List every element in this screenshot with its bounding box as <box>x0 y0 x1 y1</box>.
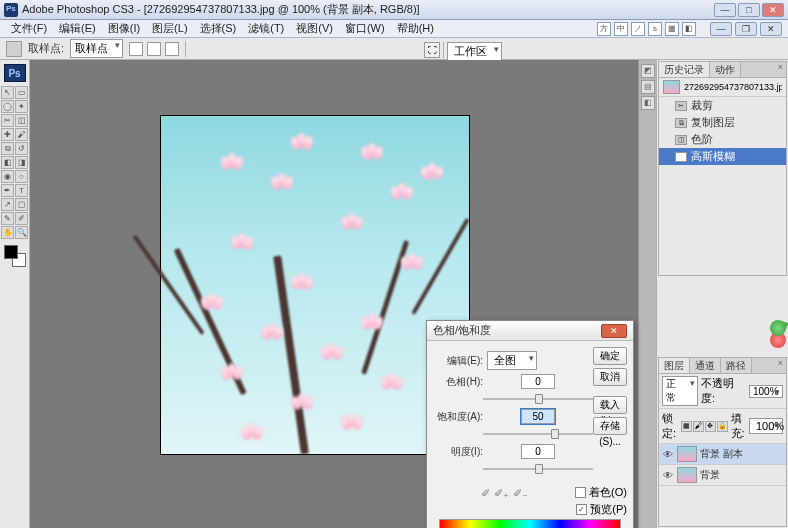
dialog-titlebar[interactable]: 色相/饱和度 ✕ <box>427 321 633 341</box>
panel-icon[interactable]: ◧ <box>641 96 655 110</box>
slice-tool[interactable]: ◫ <box>15 114 28 127</box>
ime-icon[interactable]: ノ <box>631 22 645 36</box>
eyedropper-sub-icon[interactable]: ✐₋ <box>513 487 528 513</box>
load-button[interactable]: 载入(L)... <box>593 396 627 414</box>
edit-select[interactable]: 全图 <box>487 351 537 370</box>
cancel-button[interactable]: 取消 <box>593 368 627 386</box>
hand-tool[interactable]: ✋ <box>1 226 14 239</box>
doc-close-button[interactable]: ✕ <box>760 22 782 36</box>
visibility-icon[interactable]: 👁 <box>662 449 674 459</box>
preview-checkbox[interactable]: ✓预览(P) <box>576 502 627 517</box>
panel-icon[interactable]: ◩ <box>641 64 655 78</box>
blend-mode-select[interactable]: 正常 <box>662 376 698 406</box>
sample-select[interactable]: 取样点 <box>70 39 123 58</box>
move-tool[interactable]: ↖ <box>1 86 14 99</box>
history-item[interactable]: ◫色阶 <box>659 131 786 148</box>
colorize-checkbox[interactable]: 着色(O) <box>575 485 627 500</box>
menu-edit[interactable]: 编辑(E) <box>54 20 101 37</box>
layer-row[interactable]: 👁 背景 副本 <box>659 444 786 465</box>
path-tool[interactable]: ↗ <box>1 198 14 211</box>
lock-transparency-icon[interactable]: ▦ <box>681 421 692 432</box>
lightness-input[interactable]: 0 <box>521 444 555 459</box>
panel-menu-icon[interactable]: × <box>775 358 786 373</box>
stamp-tool[interactable]: ⧉ <box>1 142 14 155</box>
dialog-close-button[interactable]: ✕ <box>601 324 627 338</box>
workspace-dropdown[interactable]: 工作区 <box>447 42 502 61</box>
dodge-tool[interactable]: ○ <box>15 170 28 183</box>
ime-icon[interactable]: ｓ <box>648 22 662 36</box>
history-item[interactable]: ⧉复制图层 <box>659 114 786 131</box>
gradient-tool[interactable]: ◨ <box>15 156 28 169</box>
tab-paths[interactable]: 路径 <box>721 358 752 373</box>
lasso-tool[interactable]: ◯ <box>1 100 14 113</box>
lock-position-icon[interactable]: ✥ <box>705 421 716 432</box>
bridge-icon[interactable]: ⛶ <box>424 42 440 58</box>
hue-input[interactable]: 0 <box>521 374 555 389</box>
wand-tool[interactable]: ✦ <box>15 100 28 113</box>
crop-icon: ✂ <box>675 101 687 111</box>
doc-minimize-button[interactable]: — <box>710 22 732 36</box>
maximize-button[interactable]: □ <box>738 3 760 17</box>
saturation-slider[interactable] <box>483 428 593 440</box>
zoom-tool[interactable]: 🔍 <box>15 226 28 239</box>
menu-window[interactable]: 窗口(W) <box>340 20 390 37</box>
lightness-slider[interactable] <box>483 463 593 475</box>
menu-image[interactable]: 图像(I) <box>103 20 145 37</box>
panel-menu-icon[interactable]: × <box>775 62 786 77</box>
menu-view[interactable]: 视图(V) <box>291 20 338 37</box>
option-check[interactable] <box>147 42 161 56</box>
save-button[interactable]: 存储(S)... <box>593 417 627 435</box>
menu-file[interactable]: 文件(F) <box>6 20 52 37</box>
hue-saturation-dialog[interactable]: 色相/饱和度 ✕ 编辑(E): 全图 色相(H): 0 饱和度(A): 50 明… <box>426 320 634 528</box>
visibility-icon[interactable]: 👁 <box>662 470 674 480</box>
marquee-tool[interactable]: ▭ <box>15 86 28 99</box>
pen-tool[interactable]: ✒ <box>1 184 14 197</box>
ime-icon[interactable]: ▦ <box>665 22 679 36</box>
lock-all-icon[interactable]: 🔒 <box>717 421 728 432</box>
option-check[interactable] <box>129 42 143 56</box>
tab-channels[interactable]: 通道 <box>690 358 721 373</box>
history-item[interactable]: ◉高斯模糊 <box>659 148 786 165</box>
foreground-color[interactable] <box>4 245 18 259</box>
shape-tool[interactable]: ▢ <box>15 198 28 211</box>
ime-icon[interactable]: 中 <box>614 22 628 36</box>
eyedropper-add-icon[interactable]: ✐₊ <box>494 487 509 513</box>
menu-help[interactable]: 帮助(H) <box>392 20 439 37</box>
history-snapshot[interactable]: 272692954737807133.jpg <box>659 78 786 97</box>
brush-tool[interactable]: 🖌 <box>15 128 28 141</box>
layer-row[interactable]: 👁 背景 <box>659 465 786 486</box>
eyedropper-tool[interactable]: ✐ <box>15 212 28 225</box>
hue-slider[interactable] <box>483 393 593 405</box>
current-tool-icon[interactable] <box>6 41 22 57</box>
ime-icon[interactable]: 方 <box>597 22 611 36</box>
lock-pixels-icon[interactable]: 🖌 <box>693 421 704 432</box>
tab-actions[interactable]: 动作 <box>710 62 741 77</box>
type-tool[interactable]: T <box>15 184 28 197</box>
tab-layers[interactable]: 图层 <box>659 358 690 373</box>
doc-restore-button[interactable]: ❐ <box>735 22 757 36</box>
notes-tool[interactable]: ✎ <box>1 212 14 225</box>
history-brush-tool[interactable]: ↺ <box>15 142 28 155</box>
tab-history[interactable]: 历史记录 <box>659 62 710 77</box>
ime-icon[interactable]: ◧ <box>682 22 696 36</box>
menu-select[interactable]: 选择(S) <box>195 20 242 37</box>
opacity-input[interactable]: 100% <box>749 385 783 398</box>
blur-tool[interactable]: ◉ <box>1 170 14 183</box>
heal-tool[interactable]: ✚ <box>1 128 14 141</box>
minimize-button[interactable]: — <box>714 3 736 17</box>
fill-input[interactable]: 100% <box>749 418 783 434</box>
menu-layer[interactable]: 图层(L) <box>147 20 192 37</box>
history-item[interactable]: ✂裁剪 <box>659 97 786 114</box>
document-canvas[interactable] <box>160 115 470 455</box>
close-button[interactable]: ✕ <box>762 3 784 17</box>
menu-filter[interactable]: 滤镜(T) <box>243 20 289 37</box>
layers-panel: 图层 通道 路径 × 正常 不透明度: 100% 锁定: ▦ 🖌 ✥ 🔒 填充: <box>658 357 787 527</box>
color-swatches[interactable] <box>4 245 26 267</box>
saturation-input[interactable]: 50 <box>521 409 555 424</box>
crop-tool[interactable]: ✂ <box>1 114 14 127</box>
option-check[interactable] <box>165 42 179 56</box>
eyedropper-icon[interactable]: ✐ <box>481 487 490 513</box>
ok-button[interactable]: 确定 <box>593 347 627 365</box>
panel-icon[interactable]: ▤ <box>641 80 655 94</box>
eraser-tool[interactable]: ◧ <box>1 156 14 169</box>
